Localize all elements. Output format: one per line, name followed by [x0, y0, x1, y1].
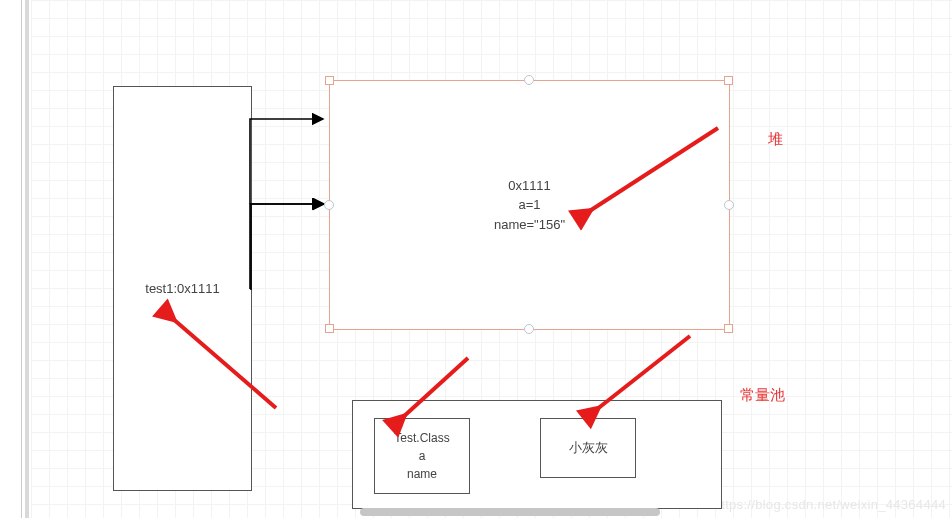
svg-line-0: [588, 128, 718, 212]
svg-line-1: [172, 318, 276, 408]
port-w[interactable]: [324, 200, 334, 210]
heap-label: 堆: [768, 130, 783, 149]
port-s[interactable]: [524, 324, 534, 334]
stack-box-text: test1:0x1111: [145, 279, 219, 299]
connector-arrow-full: [250, 194, 335, 294]
diagram-canvas[interactable]: test1:0x1111 0x1111 a=1 name="156" Test.…: [0, 0, 952, 518]
stack-box[interactable]: test1:0x1111: [113, 86, 252, 491]
vertical-ruler: [0, 0, 22, 518]
pool-string-text: 小灰灰: [569, 438, 608, 458]
watermark: https://blog.csdn.net/weixin_44364444: [714, 497, 946, 512]
resize-handle-ne[interactable]: [724, 76, 733, 85]
resize-handle-sw[interactable]: [325, 324, 334, 333]
pool-class-text: Test.Class a name: [394, 429, 449, 483]
svg-line-3: [596, 336, 690, 410]
red-arrow-stack: [158, 300, 288, 420]
port-e[interactable]: [724, 200, 734, 210]
red-arrow-poolB: [582, 330, 702, 420]
port-n[interactable]: [524, 75, 534, 85]
red-arrow-heap: [570, 120, 730, 230]
heap-box-text: 0x1111 a=1 name="156": [494, 176, 565, 235]
resize-handle-se[interactable]: [724, 324, 733, 333]
pool-class-box[interactable]: Test.Class a name: [374, 418, 470, 494]
red-arrow-poolA: [390, 352, 480, 427]
resize-handle-nw[interactable]: [325, 76, 334, 85]
horizontal-scrollbar[interactable]: [360, 508, 660, 516]
pool-label: 常量池: [740, 386, 785, 405]
pool-string-box[interactable]: 小灰灰: [540, 418, 636, 478]
vertical-scrollbar[interactable]: [25, 0, 29, 518]
svg-line-2: [402, 358, 468, 418]
